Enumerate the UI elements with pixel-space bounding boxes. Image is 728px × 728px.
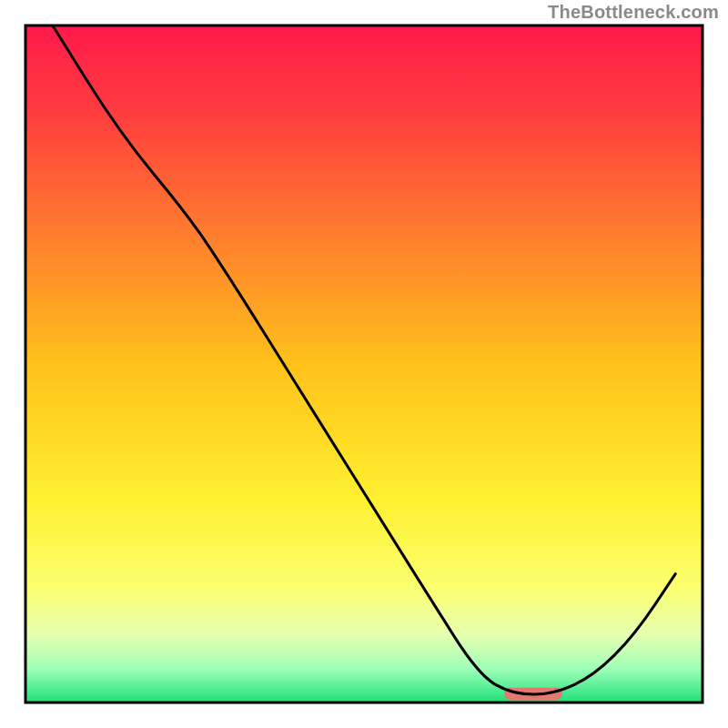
watermark-label: TheBottleneck.com bbox=[548, 2, 719, 23]
gradient-background bbox=[25, 25, 703, 703]
plot-area bbox=[25, 25, 703, 703]
bottleneck-chart bbox=[0, 0, 728, 728]
